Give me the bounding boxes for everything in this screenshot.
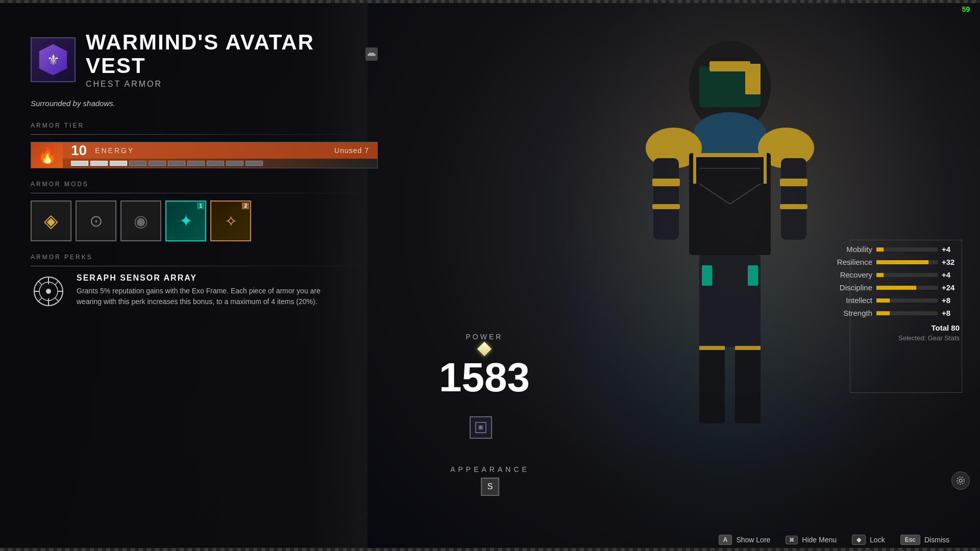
pip-10: [246, 161, 263, 166]
stat-mobility-fill: [876, 247, 884, 252]
armor-tier-container: 🔥 10 ENERGY Unused 7: [31, 142, 378, 168]
svg-point-38: [46, 289, 51, 294]
tier-block: 10 ENERGY Unused 7: [63, 142, 377, 168]
pip-7: [187, 161, 205, 166]
action-hide-menu: ⌘ Hide Menu: [786, 536, 837, 544]
svg-rect-13: [693, 153, 696, 184]
svg-rect-18: [780, 179, 807, 186]
pip-1: [71, 161, 88, 166]
stat-recovery-fill: [876, 273, 884, 277]
stat-row-recovery: Recovery +4: [831, 270, 960, 279]
item-title-block: WARMIND'S AVATAR VEST CHEST ARMOR: [86, 31, 378, 89]
fps-counter: 59: [962, 5, 970, 13]
perk-text-block: SERAPH SENSOR ARRAY Grants 5% reputation…: [77, 273, 322, 307]
show-lore-label: Show Lore: [736, 536, 770, 544]
pip-5: [149, 161, 166, 166]
lock-key: ◆: [852, 535, 866, 545]
pip-2: [90, 161, 108, 166]
power-section: POWER 1583: [439, 333, 530, 398]
stat-strength-value: +8: [942, 309, 960, 317]
mod-5-icon: ✧: [225, 212, 237, 230]
stat-discipline-fill: [876, 286, 916, 290]
svg-rect-16: [781, 158, 806, 240]
appearance-label: APPEARANCE: [450, 465, 530, 473]
stat-strength-fill: [876, 311, 890, 315]
svg-rect-26: [699, 346, 725, 350]
lock-label: Lock: [870, 536, 885, 544]
tier-unused: Unused 7: [334, 146, 369, 155]
stat-recovery-bar: [876, 273, 938, 277]
stat-row-strength: Strength +8: [831, 309, 960, 317]
svg-point-44: [959, 479, 962, 482]
mods-row: ◈ ⊙ ◉ 1 ✦ 2 ✧: [31, 201, 378, 241]
settings-button[interactable]: [951, 471, 970, 490]
svg-rect-12: [694, 153, 766, 157]
stat-mobility-value: +4: [942, 245, 960, 254]
hide-menu-label: Hide Menu: [802, 536, 837, 544]
svg-rect-3: [745, 64, 761, 94]
stat-intellect-bar: [876, 298, 938, 303]
perk-row: SERAPH SENSOR ARRAY Grants 5% reputation…: [31, 273, 378, 309]
tier-energy-label: ENERGY: [95, 146, 326, 155]
item-icon: [31, 37, 76, 82]
tier-content: 10 ENERGY Unused 7: [63, 142, 377, 159]
stat-intellect-name: Intellect: [831, 296, 872, 305]
pip-9: [226, 161, 243, 166]
mod-slot-3[interactable]: ◉: [120, 201, 161, 241]
svg-line-36: [38, 298, 42, 302]
stat-discipline-value: +24: [942, 283, 960, 292]
svg-rect-19: [652, 204, 680, 209]
mod-4-cost: 1: [197, 203, 204, 209]
appearance-icon[interactable]: S: [481, 478, 499, 496]
item-type: CHEST ARMOR: [86, 80, 378, 89]
mod-slot-2[interactable]: ⊙: [76, 201, 116, 241]
stat-strength-bar: [876, 311, 938, 315]
stat-mobility-name: Mobility: [831, 245, 872, 254]
stat-row-resilience: Resilience +32: [831, 258, 960, 266]
armor-mods-label: ARMOR MODS: [31, 181, 378, 188]
emblem-icon: [470, 416, 492, 439]
svg-rect-23: [748, 265, 758, 286]
svg-rect-17: [652, 179, 680, 186]
show-lore-key: A: [719, 535, 732, 545]
stat-intellect-fill: [876, 298, 890, 303]
stats-total: Total 80: [831, 323, 960, 332]
mod-slot-4[interactable]: 1 ✦: [165, 201, 206, 241]
svg-line-35: [55, 281, 59, 285]
bottom-border: [0, 548, 980, 551]
stats-total-value: 80: [951, 323, 960, 332]
svg-rect-25: [735, 347, 761, 423]
stat-resilience-fill: [876, 260, 928, 264]
pip-6: [168, 161, 185, 166]
stat-resilience-name: Resilience: [831, 258, 872, 266]
action-lock: ◆ Lock: [852, 535, 885, 545]
power-label: POWER: [439, 333, 530, 341]
perk-name: SERAPH SENSOR ARRAY: [77, 273, 322, 283]
mod-3-icon: ◉: [134, 211, 148, 231]
stat-intellect-value: +8: [942, 296, 960, 305]
item-name: WARMIND'S AVATAR VEST: [86, 31, 360, 78]
stat-mobility-bar: [876, 247, 938, 252]
dismiss-label: Dismiss: [924, 536, 949, 544]
stat-strength-name: Strength: [831, 309, 872, 317]
stats-selected-label: Selected: Gear Stats: [831, 334, 960, 342]
seraph-icon: [32, 275, 65, 308]
mod-2-icon: ⊙: [89, 211, 103, 231]
left-panel: WARMIND'S AVATAR VEST CHEST ARMOR Surrou…: [31, 31, 378, 309]
stats-total-label: Total: [931, 323, 949, 332]
pip-4: [129, 161, 146, 166]
cloud-sync-icon: [365, 47, 378, 61]
power-icon: [477, 342, 492, 356]
mod-4-icon: ✦: [179, 211, 193, 231]
mod-slot-1[interactable]: ◈: [31, 201, 71, 241]
stat-row-intellect: Intellect +8: [831, 296, 960, 305]
pip-3: [110, 161, 127, 166]
perk-description: Grants 5% reputation gains with the Exo …: [77, 286, 322, 307]
stat-resilience-value: +32: [942, 258, 960, 266]
svg-point-45: [957, 477, 964, 484]
svg-rect-15: [653, 158, 679, 240]
mod-slot-5[interactable]: 2 ✧: [210, 201, 251, 241]
svg-rect-20: [780, 204, 807, 209]
power-number: 1583: [439, 357, 530, 398]
svg-rect-24: [699, 347, 725, 423]
